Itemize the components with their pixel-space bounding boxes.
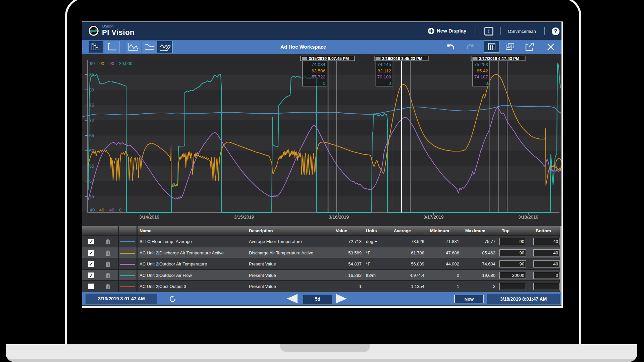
svg-text:3/18/2019: 3/18/2019 <box>518 215 538 220</box>
svg-text:70.109: 70.109 <box>377 74 391 79</box>
svg-text:3/14/2019: 3/14/2019 <box>139 215 159 220</box>
svg-text:82.112: 82.112 <box>378 68 391 73</box>
svg-text:0: 0 <box>323 81 325 86</box>
svg-text:40: 40 <box>109 207 114 213</box>
svg-text:40: 40 <box>90 207 95 213</box>
svg-text:55: 55 <box>89 164 94 169</box>
svg-text:3/17/2019 4:17:43 PM: 3/17/2019 4:17:43 PM <box>479 56 519 61</box>
svg-text:60: 60 <box>89 148 94 153</box>
svg-text:90: 90 <box>99 61 104 66</box>
svg-text:90: 90 <box>109 61 114 66</box>
svg-text:3/17/2019: 3/17/2019 <box>423 215 443 220</box>
svg-text:85.42: 85.42 <box>477 68 488 73</box>
svg-text:90: 90 <box>90 61 95 66</box>
svg-text:0: 0 <box>119 207 121 213</box>
svg-text:74.187: 74.187 <box>474 74 488 79</box>
svg-text:74.145: 74.145 <box>377 62 391 67</box>
svg-text:20,000: 20,000 <box>119 61 132 66</box>
svg-text:65: 65 <box>89 133 94 138</box>
svg-text:63.506: 63.506 <box>312 68 325 73</box>
svg-text:3/15/2019: 3/15/2019 <box>234 215 254 220</box>
svg-text:3/15/2019 9:07:45 PM: 3/15/2019 9:07:45 PM <box>309 56 349 61</box>
svg-text:75.253: 75.253 <box>474 62 488 67</box>
svg-text:3/16/2019: 3/16/2019 <box>329 215 349 220</box>
svg-text:0: 0 <box>485 81 488 86</box>
svg-text:75: 75 <box>89 103 94 108</box>
svg-text:74.034: 74.034 <box>312 62 326 67</box>
svg-text:0: 0 <box>388 81 391 86</box>
svg-text:3/16/2019 3:45:23 PM: 3/16/2019 3:45:23 PM <box>382 56 422 61</box>
svg-text:57,722: 57,722 <box>312 74 325 79</box>
svg-text:70: 70 <box>89 118 94 123</box>
svg-text:40: 40 <box>99 207 104 213</box>
